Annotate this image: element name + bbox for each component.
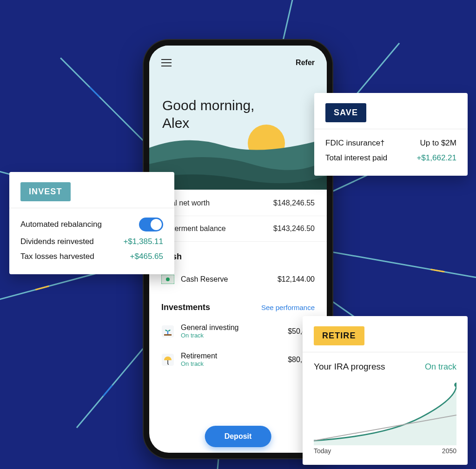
dividends-label: Dividends reinvested xyxy=(20,237,94,246)
rebalancing-label: Automated rebalancing xyxy=(20,220,102,229)
cash-icon xyxy=(161,273,174,286)
retirement-name: Retirement xyxy=(181,352,217,360)
retirement-account[interactable]: Retirement On track $80,640 xyxy=(149,345,327,374)
invest-badge: INVEST xyxy=(20,182,71,201)
investments-section-label: Investments xyxy=(161,303,210,312)
ira-status: On track xyxy=(425,362,456,372)
general-investing-name: General investing xyxy=(181,324,239,332)
svg-point-8 xyxy=(454,383,456,387)
tax-label: Tax losses harvested xyxy=(20,252,94,261)
retire-badge: RETIRE xyxy=(314,326,364,345)
svg-rect-5 xyxy=(164,334,172,336)
ira-progress-title: Your IRA progress xyxy=(314,362,385,372)
save-badge: SAVE xyxy=(325,103,366,122)
interest-value: +$1,662.21 xyxy=(416,153,456,163)
cash-section-header: Cash xyxy=(149,242,327,266)
rebalancing-toggle[interactable] xyxy=(139,218,163,231)
greeting-text: Good morning, Alex xyxy=(162,97,254,132)
interest-label: Total interest paid xyxy=(325,153,387,163)
phone-screen: Refer Good morning, Alex Total net worth… xyxy=(149,46,327,453)
net-worth-row[interactable]: Total net worth $148,246.55 xyxy=(149,191,327,216)
fdic-value: Up to $2M xyxy=(420,139,456,148)
tax-value: +$465.65 xyxy=(130,252,163,261)
general-investing-account[interactable]: General investing On track $50,460 xyxy=(149,317,327,345)
betterment-balance-value: $143,246.50 xyxy=(273,225,315,233)
fdic-label: FDIC insurance† xyxy=(325,139,385,148)
deposit-button[interactable]: Deposit xyxy=(205,426,271,447)
chart-x-start: Today xyxy=(314,447,331,455)
retire-card: RETIRE Your IRA progress On track Today … xyxy=(303,316,468,465)
general-investing-status: On track xyxy=(181,332,239,339)
cash-reserve-amount: $12,144.00 xyxy=(278,275,315,284)
net-worth-value: $148,246.55 xyxy=(273,199,315,207)
see-performance-link[interactable]: See performance xyxy=(261,304,315,311)
ira-chart xyxy=(314,376,456,445)
retirement-status: On track xyxy=(181,360,217,367)
dividends-value: +$1,385.11 xyxy=(123,237,163,246)
save-card: SAVE FDIC insurance† Up to $2M Total int… xyxy=(314,93,468,176)
refer-link[interactable]: Refer xyxy=(296,59,315,67)
hero-illustration: Refer Good morning, Alex xyxy=(149,46,327,190)
cash-reserve-name: Cash Reserve xyxy=(181,275,228,284)
balance-summary: Total net worth $148,246.55 Betterment b… xyxy=(149,190,327,242)
umbrella-icon xyxy=(161,353,174,366)
investments-section-header: Investments See performance xyxy=(149,292,327,317)
svg-point-3 xyxy=(166,277,170,281)
cash-reserve-account[interactable]: Cash Reserve $12,144.00 xyxy=(149,266,327,292)
betterment-balance-row[interactable]: Betterment balance $143,246.50 xyxy=(149,216,327,242)
plant-icon xyxy=(161,325,174,338)
menu-icon[interactable] xyxy=(161,59,172,66)
chart-x-end: 2050 xyxy=(442,447,456,455)
invest-card: INVEST Automated rebalancing Dividends r… xyxy=(9,172,174,274)
